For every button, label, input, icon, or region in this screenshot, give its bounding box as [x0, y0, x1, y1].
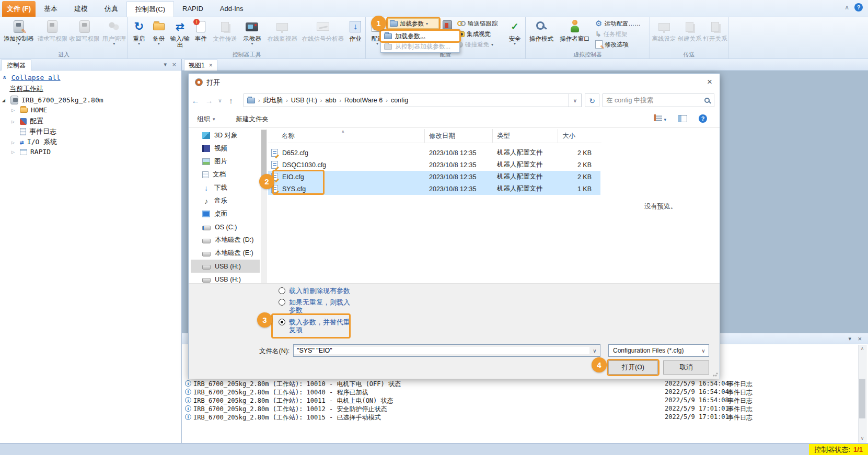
view-mode-button[interactable]: ▾: [654, 114, 666, 123]
radio-delete-existing[interactable]: 载入前删除现有参数: [279, 287, 394, 295]
nav-videos[interactable]: 视频: [191, 142, 260, 155]
nav-disk-d[interactable]: 本地磁盘 (D:): [191, 234, 260, 247]
up-button[interactable]: ↑: [224, 96, 238, 105]
open-relation-button[interactable]: 打开关系: [702, 17, 728, 52]
dialog-help-icon[interactable]: ?: [699, 114, 707, 123]
column-date-modified[interactable]: 修改日期: [425, 129, 493, 143]
new-folder-button[interactable]: 新建文件夹: [236, 115, 269, 124]
tree-node-configuration[interactable]: ▷ 配置: [11, 116, 43, 126]
preview-pane-icon[interactable]: [678, 115, 687, 122]
nav-pictures[interactable]: 图片: [191, 155, 260, 168]
jobs-button[interactable]: ↓ 作业: [345, 17, 365, 52]
search-input[interactable]: [606, 97, 704, 104]
panel-pin-icon[interactable]: ▾: [164, 61, 167, 68]
restart-button[interactable]: ↻ 重启 ▾: [129, 17, 149, 52]
nav-desktop[interactable]: 桌面: [191, 207, 260, 220]
nav-documents[interactable]: 文档: [191, 168, 260, 181]
collapsed-icon[interactable]: ▷: [11, 107, 17, 113]
resize-grip[interactable]: [713, 371, 718, 377]
view1-tab-close-icon[interactable]: ×: [209, 60, 213, 71]
collision-avoidance-button[interactable]: 碰撞避免 ▾: [456, 39, 505, 50]
add-controller-button[interactable]: 添加控制器 ▾: [1, 17, 36, 52]
filetype-combobox[interactable]: Configuration Files (*.cfg) ∨: [608, 344, 709, 357]
collapsed-icon[interactable]: ▷: [11, 119, 17, 124]
nav-usb-h[interactable]: USB (H:): [191, 260, 260, 273]
help-icon[interactable]: ?: [854, 3, 863, 11]
nav-usb-h-2[interactable]: USB (H:): [191, 273, 260, 283]
output-close-icon[interactable]: ×: [858, 335, 862, 342]
tab-rapid[interactable]: RAPID: [174, 1, 212, 17]
tab-modeling[interactable]: 建模: [66, 1, 96, 17]
file-row-d652[interactable]: D652.cfg 2023/10/8 12:35 机器人配置文件 2 KB: [268, 147, 600, 159]
cancel-button[interactable]: 取消: [663, 360, 709, 375]
flexpendant-button[interactable]: 示教器 ▾: [240, 17, 264, 52]
radio-load-if-no-duplicates[interactable]: 如果无重复，则载入参数: [279, 298, 354, 314]
recent-locations-icon[interactable]: ∨: [216, 98, 224, 103]
nav-scrollbar[interactable]: [261, 129, 267, 283]
safety-button[interactable]: ✓ 安全 ▾: [505, 17, 525, 52]
breadcrumb-dropdown-icon[interactable]: ∨: [569, 94, 582, 107]
request-write-access-button[interactable]: 请求写权限: [36, 17, 68, 52]
breadcrumb-this-pc[interactable]: 此电脑: [263, 96, 283, 105]
column-name[interactable]: 名称∧: [268, 129, 425, 143]
file-row-dsqc1030[interactable]: DSQC1030.cfg 2023/10/8 12:35 机器人配置文件 2 K…: [268, 159, 600, 171]
breadcrumb[interactable]: › 此电脑 › USB (H:) › abb › RobotWare 6 › c…: [244, 94, 569, 107]
online-monitor-button[interactable]: 在线监视器: [264, 17, 300, 52]
back-button[interactable]: ←: [189, 96, 202, 105]
file-menu-button[interactable]: 文件 (F): [2, 1, 36, 17]
dialog-close-icon[interactable]: ×: [707, 77, 712, 87]
panel-close-icon[interactable]: ×: [172, 61, 176, 68]
nav-os-c[interactable]: OS (C:): [191, 220, 260, 234]
user-management-button[interactable]: 用户管理 ▾: [100, 17, 128, 52]
tree-node-home[interactable]: ▷ HOME: [11, 106, 47, 114]
operator-window-button[interactable]: 操作者窗口: [556, 17, 594, 52]
current-station-link[interactable]: 当前工作站: [9, 84, 43, 94]
column-size[interactable]: 大小: [558, 129, 600, 143]
task-frame-button[interactable]: ↳ 任务框架: [594, 29, 649, 39]
view1-tab[interactable]: 视图1 ×: [184, 60, 217, 71]
breadcrumb-usb-h[interactable]: USB (H:): [291, 97, 317, 104]
collapse-all-link[interactable]: « Collapse all: [3, 74, 61, 81]
collapsed-icon[interactable]: ▷: [11, 149, 17, 155]
tab-addins[interactable]: Add-Ins: [212, 1, 252, 17]
events-button[interactable]: 事件: [191, 17, 210, 52]
release-write-access-button[interactable]: 收回写权限: [68, 17, 100, 52]
filename-input[interactable]: [294, 347, 589, 354]
nav-3d-objects[interactable]: 3D 对象: [191, 129, 260, 142]
backup-button[interactable]: 备份 ▾: [149, 17, 169, 52]
file-transfer-button[interactable]: 文件传送: [210, 17, 240, 52]
open-button[interactable]: 打开(O): [608, 360, 658, 375]
organize-button[interactable]: 组织 ▾: [197, 115, 215, 124]
radio-selected-icon[interactable]: [279, 319, 285, 325]
nav-music[interactable]: ♪音乐: [191, 194, 260, 207]
modify-options-button[interactable]: 修改选项: [594, 39, 649, 50]
menu-item-load-parameters-from-controller[interactable]: 从控制器加载参数...: [381, 41, 459, 52]
tree-node-event-log[interactable]: 事件日志: [11, 127, 56, 136]
file-row-sys[interactable]: SYS.cfg 2023/10/8 12:35 机器人配置文件 1 KB: [268, 183, 600, 195]
collapsed-icon[interactable]: ▷: [11, 139, 17, 145]
tree-node-io-system[interactable]: ▷ ⇄ I/O 系统: [11, 137, 57, 147]
filename-dropdown-icon[interactable]: ∨: [589, 348, 600, 354]
scroll-down-icon[interactable]: ∨: [859, 435, 866, 442]
column-type[interactable]: 类型: [493, 129, 558, 143]
controller-panel-tab[interactable]: 控制器: [1, 60, 31, 71]
log-row[interactable]: i IRB_6700_205kg_2.80m (工作站): 10011 - 电机…: [182, 396, 868, 404]
tab-controller[interactable]: 控制器(C): [126, 1, 174, 17]
forward-button[interactable]: →: [202, 96, 216, 105]
scrollbar-thumb[interactable]: [859, 379, 865, 418]
inputs-outputs-button[interactable]: ⇄ 输入/输出: [169, 17, 192, 52]
scrollbar-thumb[interactable]: [261, 130, 267, 176]
radio-load-and-replace[interactable]: 载入参数，并替代重复项: [279, 318, 354, 334]
offline-setup-button[interactable]: 离线设定: [651, 17, 677, 52]
signal-analyzer-button[interactable]: 在线信号分析器: [300, 17, 345, 52]
log-row[interactable]: i IRB_6700_205kg_2.80m (工作站): 10012 - 安全…: [182, 404, 868, 413]
tree-node-controller[interactable]: ◢ IRB_6700_205kg_2.80m: [2, 96, 103, 104]
tree-node-rapid[interactable]: ▷ RAPID: [11, 148, 51, 156]
breadcrumb-abb[interactable]: abb: [326, 97, 337, 104]
log-row[interactable]: i IRB_6700_205kg_2.80m (工作站): 10040 - 程序…: [182, 388, 868, 396]
breadcrumb-config[interactable]: config: [391, 97, 408, 104]
motion-configuration-button[interactable]: ⚙ 运动配置……: [594, 18, 649, 29]
expanded-icon[interactable]: ◢: [2, 97, 7, 103]
nav-disk-e[interactable]: 本地磁盘 (E:): [191, 247, 260, 260]
file-row-eio[interactable]: EIO.cfg 2023/10/8 12:35 机器人配置文件 2 KB: [268, 171, 600, 183]
